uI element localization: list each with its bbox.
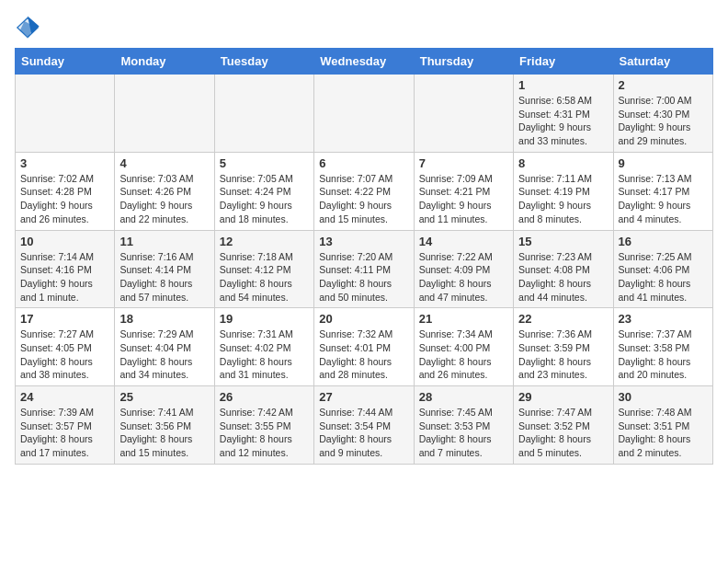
day-info: Sunrise: 7:44 AM Sunset: 3:54 PM Dayligh…	[319, 407, 392, 458]
day-info: Sunrise: 7:25 AM Sunset: 4:06 PM Dayligh…	[619, 251, 692, 303]
day-number: 6	[319, 156, 408, 170]
calendar-table: SundayMondayTuesdayWednesdayThursdayFrid…	[15, 48, 713, 465]
day-cell: 5Sunrise: 7:05 AM Sunset: 4:24 PM Daylig…	[214, 152, 313, 230]
day-number: 19	[220, 312, 309, 326]
day-cell: 9Sunrise: 7:13 AM Sunset: 4:17 PM Daylig…	[613, 152, 712, 230]
day-info: Sunrise: 7:05 AM Sunset: 4:24 PM Dayligh…	[220, 173, 293, 224]
week-row-3: 10Sunrise: 7:14 AM Sunset: 4:16 PM Dayli…	[16, 230, 713, 308]
day-cell: 8Sunrise: 7:11 AM Sunset: 4:19 PM Daylig…	[514, 152, 613, 230]
day-info: Sunrise: 7:18 AM Sunset: 4:12 PM Dayligh…	[220, 251, 293, 303]
day-info: Sunrise: 7:47 AM Sunset: 3:52 PM Dayligh…	[518, 407, 592, 458]
day-number: 20	[319, 312, 408, 326]
header-cell-sunday: Sunday	[16, 49, 115, 75]
day-cell: 19Sunrise: 7:31 AM Sunset: 4:02 PM Dayli…	[214, 308, 313, 386]
day-number: 12	[220, 235, 309, 248]
day-cell: 6Sunrise: 7:07 AM Sunset: 4:22 PM Daylig…	[314, 152, 414, 230]
day-info: Sunrise: 7:29 AM Sunset: 4:04 PM Dayligh…	[119, 328, 193, 380]
day-cell	[214, 75, 313, 153]
day-number: 13	[319, 235, 408, 248]
week-row-1: 1Sunrise: 6:58 AM Sunset: 4:31 PM Daylig…	[16, 75, 713, 153]
day-cell: 14Sunrise: 7:22 AM Sunset: 4:09 PM Dayli…	[414, 230, 513, 308]
header-cell-tuesday: Tuesday	[214, 49, 313, 75]
day-number: 11	[119, 235, 209, 248]
day-cell: 28Sunrise: 7:45 AM Sunset: 3:53 PM Dayli…	[414, 386, 513, 465]
day-number: 25	[119, 390, 209, 404]
week-row-4: 17Sunrise: 7:27 AM Sunset: 4:05 PM Dayli…	[16, 308, 713, 386]
day-info: Sunrise: 7:22 AM Sunset: 4:09 PM Dayligh…	[419, 251, 493, 303]
day-info: Sunrise: 7:02 AM Sunset: 4:28 PM Dayligh…	[20, 173, 94, 224]
day-info: Sunrise: 7:48 AM Sunset: 3:51 PM Dayligh…	[619, 407, 692, 458]
day-cell	[414, 75, 513, 153]
day-cell: 11Sunrise: 7:16 AM Sunset: 4:14 PM Dayli…	[115, 230, 214, 308]
day-info: Sunrise: 7:31 AM Sunset: 4:02 PM Dayligh…	[220, 328, 293, 380]
day-cell: 16Sunrise: 7:25 AM Sunset: 4:06 PM Dayli…	[613, 230, 712, 308]
header-row: SundayMondayTuesdayWednesdayThursdayFrid…	[16, 49, 713, 75]
day-info: Sunrise: 7:27 AM Sunset: 4:05 PM Dayligh…	[20, 328, 94, 380]
header-cell-saturday: Saturday	[613, 49, 712, 75]
day-cell: 17Sunrise: 7:27 AM Sunset: 4:05 PM Dayli…	[16, 308, 115, 386]
day-cell: 1Sunrise: 6:58 AM Sunset: 4:31 PM Daylig…	[514, 75, 613, 153]
day-cell: 10Sunrise: 7:14 AM Sunset: 4:16 PM Dayli…	[16, 230, 115, 308]
day-info: Sunrise: 7:42 AM Sunset: 3:55 PM Dayligh…	[220, 407, 293, 458]
day-info: Sunrise: 7:14 AM Sunset: 4:16 PM Dayligh…	[20, 251, 94, 303]
day-info: Sunrise: 7:45 AM Sunset: 3:53 PM Dayligh…	[419, 407, 493, 458]
day-cell: 4Sunrise: 7:03 AM Sunset: 4:26 PM Daylig…	[115, 152, 214, 230]
day-cell: 23Sunrise: 7:37 AM Sunset: 3:58 PM Dayli…	[613, 308, 712, 386]
week-row-5: 24Sunrise: 7:39 AM Sunset: 3:57 PM Dayli…	[16, 386, 713, 465]
day-cell: 13Sunrise: 7:20 AM Sunset: 4:11 PM Dayli…	[314, 230, 414, 308]
day-number: 3	[20, 156, 109, 170]
day-number: 9	[619, 156, 708, 170]
header-cell-thursday: Thursday	[414, 49, 513, 75]
day-cell: 18Sunrise: 7:29 AM Sunset: 4:04 PM Dayli…	[115, 308, 214, 386]
day-number: 21	[419, 312, 508, 326]
day-cell: 27Sunrise: 7:44 AM Sunset: 3:54 PM Dayli…	[314, 386, 414, 465]
day-number: 2	[619, 78, 708, 92]
day-number: 23	[619, 312, 708, 326]
day-info: Sunrise: 7:39 AM Sunset: 3:57 PM Dayligh…	[20, 407, 94, 458]
logo	[15, 15, 44, 40]
day-number: 4	[119, 156, 209, 170]
day-info: Sunrise: 7:11 AM Sunset: 4:19 PM Dayligh…	[518, 173, 592, 224]
day-cell: 24Sunrise: 7:39 AM Sunset: 3:57 PM Dayli…	[16, 386, 115, 465]
day-cell: 12Sunrise: 7:18 AM Sunset: 4:12 PM Dayli…	[214, 230, 313, 308]
day-cell: 29Sunrise: 7:47 AM Sunset: 3:52 PM Dayli…	[514, 386, 613, 465]
day-info: Sunrise: 7:32 AM Sunset: 4:01 PM Dayligh…	[319, 328, 392, 380]
day-cell: 30Sunrise: 7:48 AM Sunset: 3:51 PM Dayli…	[613, 386, 712, 465]
day-info: Sunrise: 7:37 AM Sunset: 3:58 PM Dayligh…	[619, 328, 692, 380]
day-info: Sunrise: 7:09 AM Sunset: 4:21 PM Dayligh…	[419, 173, 493, 224]
header-cell-wednesday: Wednesday	[314, 49, 414, 75]
day-number: 5	[220, 156, 309, 170]
header-cell-monday: Monday	[115, 49, 214, 75]
day-number: 14	[419, 235, 508, 248]
day-number: 27	[319, 390, 408, 404]
day-number: 8	[518, 156, 608, 170]
day-cell	[115, 75, 214, 153]
day-info: Sunrise: 7:36 AM Sunset: 3:59 PM Dayligh…	[518, 328, 592, 380]
day-number: 26	[220, 390, 309, 404]
day-info: Sunrise: 6:58 AM Sunset: 4:31 PM Dayligh…	[518, 95, 592, 146]
day-cell: 22Sunrise: 7:36 AM Sunset: 3:59 PM Dayli…	[514, 308, 613, 386]
day-number: 30	[619, 390, 708, 404]
day-info: Sunrise: 7:23 AM Sunset: 4:08 PM Dayligh…	[518, 251, 592, 303]
day-cell: 20Sunrise: 7:32 AM Sunset: 4:01 PM Dayli…	[314, 308, 414, 386]
logo-icon	[15, 15, 40, 40]
day-number: 17	[20, 312, 109, 326]
day-number: 29	[518, 390, 608, 404]
day-info: Sunrise: 7:34 AM Sunset: 4:00 PM Dayligh…	[419, 328, 493, 380]
day-cell: 26Sunrise: 7:42 AM Sunset: 3:55 PM Dayli…	[214, 386, 313, 465]
day-number: 28	[419, 390, 508, 404]
day-cell: 21Sunrise: 7:34 AM Sunset: 4:00 PM Dayli…	[414, 308, 513, 386]
day-info: Sunrise: 7:07 AM Sunset: 4:22 PM Dayligh…	[319, 173, 392, 224]
day-number: 15	[518, 235, 608, 248]
day-info: Sunrise: 7:16 AM Sunset: 4:14 PM Dayligh…	[119, 251, 193, 303]
day-number: 10	[20, 235, 109, 248]
day-info: Sunrise: 7:03 AM Sunset: 4:26 PM Dayligh…	[119, 173, 193, 224]
header	[15, 15, 713, 40]
day-info: Sunrise: 7:20 AM Sunset: 4:11 PM Dayligh…	[319, 251, 392, 303]
day-cell: 3Sunrise: 7:02 AM Sunset: 4:28 PM Daylig…	[16, 152, 115, 230]
day-info: Sunrise: 7:41 AM Sunset: 3:56 PM Dayligh…	[119, 407, 193, 458]
day-info: Sunrise: 7:00 AM Sunset: 4:30 PM Dayligh…	[619, 95, 692, 146]
day-number: 24	[20, 390, 109, 404]
day-number: 7	[419, 156, 508, 170]
week-row-2: 3Sunrise: 7:02 AM Sunset: 4:28 PM Daylig…	[16, 152, 713, 230]
